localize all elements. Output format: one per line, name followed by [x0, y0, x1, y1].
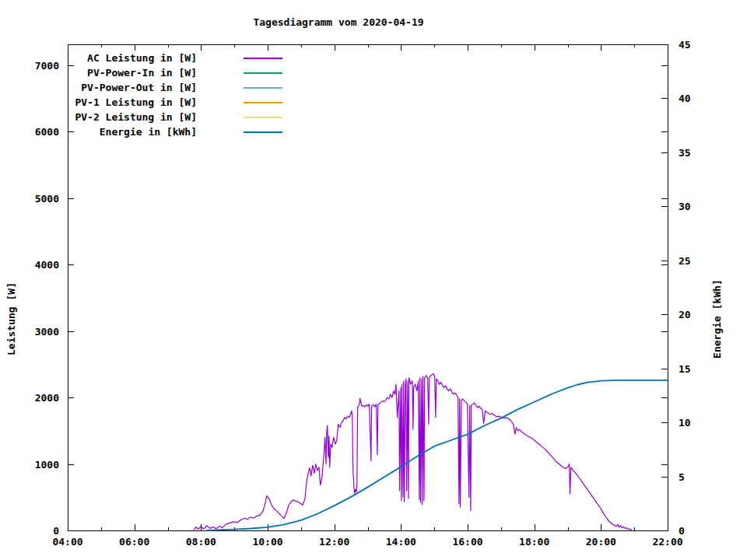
legend-line-swatch [244, 102, 282, 103]
y2-tick-label: 35 [679, 148, 691, 158]
left-axis-title: Leistung [W] [6, 282, 16, 355]
x-tick-label: 08:00 [186, 537, 216, 547]
y-tick-label: 4000 [20, 260, 59, 270]
legend-line-swatch [244, 87, 282, 89]
legend-item: PV-2 Leistung in [W] [31, 110, 282, 124]
chart-title: Tagesdiagramm vom 2020-04-19 [253, 17, 423, 27]
x-tick-label: 22:00 [652, 537, 682, 547]
right-axis-title: Energie [kWh] [712, 279, 722, 359]
y-tick-label: 3000 [20, 327, 59, 337]
x-tick-label: 18:00 [519, 537, 549, 547]
legend-line-swatch [244, 131, 282, 133]
legend-item: AC Leistung in [W] [31, 51, 282, 65]
legend-item: PV-Power-Out in [W] [31, 80, 282, 95]
x-tick-label: 06:00 [119, 537, 149, 547]
y2-tick-label: 30 [679, 201, 691, 212]
legend-item: PV-1 Leistung in [W] [31, 95, 282, 110]
y2-tick-label: 25 [679, 256, 691, 266]
x-tick-label: 10:00 [252, 537, 282, 547]
gnuplot-chart: Tagesdiagramm vom 2020-04-19 Leistung [W… [0, 0, 747, 560]
y-tick-label: 5000 [20, 194, 59, 204]
y-tick-label: 6000 [20, 127, 59, 137]
y-tick-label: 1000 [20, 460, 59, 470]
legend: AC Leistung in [W]PV-Power-In in [W]PV-P… [31, 51, 282, 139]
y2-tick-label: 15 [679, 364, 691, 374]
y-tick-label: 2000 [20, 393, 59, 403]
legend-item: Energie in [kWh] [31, 124, 282, 139]
series-line-0 [194, 373, 632, 530]
y-tick-label: 7000 [20, 61, 59, 71]
legend-label: PV-2 Leistung in [W] [31, 112, 197, 122]
x-tick-label: 12:00 [319, 537, 349, 547]
y2-tick-label: 5 [679, 472, 685, 482]
x-tick-label: 20:00 [586, 537, 616, 547]
x-tick-label: 14:00 [386, 537, 416, 547]
x-tick-label: 16:00 [452, 537, 482, 547]
legend-label: PV-Power-Out in [W] [31, 82, 197, 93]
legend-line-swatch [244, 117, 282, 118]
series-line-5 [206, 380, 668, 530]
y2-tick-label: 40 [679, 93, 691, 103]
x-tick-label: 04:00 [52, 537, 82, 547]
legend-label: PV-1 Leistung in [W] [31, 97, 197, 107]
y2-tick-label: 45 [679, 40, 691, 50]
y2-tick-label: 0 [679, 526, 685, 536]
legend-line-swatch [244, 58, 282, 59]
y2-tick-label: 10 [679, 418, 691, 428]
legend-item: PV-Power-In in [W] [31, 65, 282, 80]
y2-tick-label: 20 [679, 310, 691, 320]
legend-line-swatch [244, 72, 282, 74]
y-tick-label: 0 [20, 526, 59, 536]
